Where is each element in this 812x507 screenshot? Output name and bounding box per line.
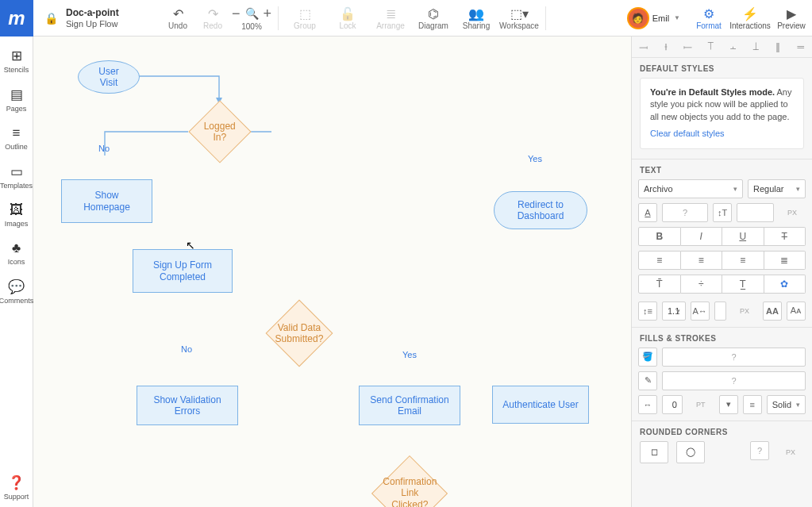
label-no-1: No (98, 144, 110, 153)
lock-button[interactable]: 🔓Lock (326, 0, 369, 36)
node-valid-data[interactable]: Valid Data Submitted? (266, 300, 333, 367)
stroke-input[interactable]: ? (662, 371, 806, 390)
align-right-text[interactable]: ≡ (722, 251, 764, 270)
app-logo[interactable]: m (0, 0, 33, 36)
group-button[interactable]: ⬚Group (283, 0, 326, 36)
strike-button[interactable]: T (764, 227, 806, 246)
align-left-text[interactable]: ≡ (638, 251, 681, 270)
outline-icon: ≡ (13, 125, 21, 141)
top-bar: m 🔒 Doc-a-point Sign Up Flow ↶Undo ↷Redo… (0, 0, 812, 36)
align-justify-text[interactable]: ≣ (764, 251, 806, 270)
line-height-icon-button[interactable]: ↕T (713, 203, 732, 222)
align-center-text[interactable]: ≡ (681, 251, 723, 270)
mode-tools: ⚙︎Format ⚡Interactions ▶Preview (688, 0, 812, 36)
valign-top[interactable]: T̄ (638, 275, 681, 294)
line-spacing-select[interactable]: 1.1 (662, 302, 686, 321)
interactions-tab[interactable]: ⚡Interactions (729, 0, 771, 36)
align-top-button[interactable]: ⟙ (699, 36, 722, 57)
diagram-icon: ⌬ (428, 6, 439, 21)
line-height-input[interactable] (737, 203, 774, 222)
workspace-icon: ⬚▾ (510, 6, 529, 21)
default-styles-info: You're in Default Styles mode. Any style… (640, 78, 804, 149)
sharing-button[interactable]: 👥Sharing (455, 0, 498, 36)
undo-icon: ↶ (173, 6, 183, 21)
letter-spacing-icon: A↔ (691, 302, 710, 321)
pages-icon: ▤ (10, 86, 23, 103)
font-size-input[interactable]: ? (662, 203, 708, 222)
label-no-2: No (181, 344, 192, 354)
corner-square-button[interactable]: ◻ (640, 441, 668, 463)
node-signup-form[interactable]: Sign Up Form Completed (133, 249, 233, 293)
page-name: Sign Up Flow (66, 19, 119, 29)
rail-icons[interactable]: ♣Icons (0, 234, 33, 272)
distribute-h-button[interactable]: ‖ (767, 36, 789, 57)
distribute-v-button[interactable]: ═ (790, 36, 812, 57)
align-right-button[interactable]: ⟝ (677, 36, 699, 57)
node-conf-clicked[interactable]: Confirmation Link Clicked? (371, 455, 448, 507)
rail-support[interactable]: ❓Support (0, 468, 33, 507)
bold-button[interactable]: B (638, 227, 681, 246)
letter-spacing-input[interactable] (714, 302, 726, 321)
rail-pages[interactable]: ▤Pages (0, 80, 33, 119)
underline-button[interactable]: U (722, 227, 764, 246)
zoom-out-button[interactable]: − (232, 6, 241, 22)
format-tab[interactable]: ⚙︎Format (688, 0, 729, 36)
node-show-homepage[interactable]: Show Homepage (61, 179, 152, 223)
align-center-button[interactable]: ⫲ (654, 36, 676, 57)
stroke-width-input[interactable]: 0 (662, 395, 683, 414)
redo-button[interactable]: ↷Redo (195, 0, 230, 36)
italic-button[interactable]: I (681, 227, 723, 246)
fill-color-button[interactable]: 🪣 (638, 348, 657, 367)
uppercase-button[interactable]: AA (763, 302, 782, 321)
magnify-icon: 🔍 (245, 7, 259, 20)
font-family-select[interactable]: Archivo (638, 179, 743, 198)
icons-icon: ♣ (12, 240, 21, 256)
rail-comments[interactable]: 💬Comments (0, 272, 33, 311)
font-weight-select[interactable]: Regular (748, 179, 806, 198)
stroke-width-dropdown[interactable]: ▾ (719, 395, 738, 414)
valign-middle[interactable]: ÷ (681, 275, 723, 294)
user-menu[interactable]: 🧑 Emil ▼ (621, 9, 688, 28)
avatar: 🧑 (629, 9, 648, 28)
workspace-button[interactable]: ⬚▾Workspace (498, 0, 541, 36)
node-send-conf[interactable]: Send Confirmation Email (359, 386, 460, 425)
lock-icon: 🔒 (44, 12, 58, 25)
valign-bottom[interactable]: T̲ (722, 275, 764, 294)
node-show-val-err[interactable]: Show Validation Errors (137, 386, 238, 425)
align-toolbar: ⟞ ⫲ ⟝ ⟙ ⫠ ⟘ ‖ ═ (632, 36, 812, 58)
zoom-control[interactable]: − 🔍 + 100% (230, 0, 273, 36)
rail-stencils[interactable]: ⊞Stencils (0, 41, 33, 80)
fill-input[interactable]: ? (662, 348, 806, 367)
rounded-header: ROUNDED CORNERS (632, 421, 812, 441)
text-options[interactable]: ✿ (764, 275, 806, 294)
zoom-in-button[interactable]: + (264, 6, 272, 22)
sharing-icon: 👥 (468, 6, 484, 21)
play-icon: ▶ (787, 6, 796, 21)
arrange-button[interactable]: ≣Arrange (369, 0, 412, 36)
rail-images[interactable]: 🖼Images (0, 196, 33, 234)
node-auth-user[interactable]: Authenticate User (492, 386, 589, 424)
rail-outline[interactable]: ≡Outline (0, 119, 33, 157)
node-redirect-dashboard[interactable]: Redirect to Dashboard (494, 191, 587, 229)
stroke-style-icon: ≡ (743, 395, 762, 414)
align-middle-button[interactable]: ⫠ (722, 36, 745, 57)
text-color-button[interactable]: A (638, 203, 657, 222)
stencils-icon: ⊞ (11, 48, 22, 64)
diagram-button[interactable]: ⌬Diagram (412, 0, 455, 36)
stroke-color-button[interactable]: ✎ (638, 371, 657, 390)
stroke-style-select[interactable]: Solid (767, 395, 806, 414)
align-left-button[interactable]: ⟞ (632, 36, 654, 57)
arrange-icon: ≣ (386, 6, 396, 21)
smallcaps-button[interactable]: Aᴀ (787, 302, 806, 321)
node-user-visit[interactable]: User Visit (78, 60, 140, 94)
align-bottom-button[interactable]: ⟘ (745, 36, 767, 57)
rail-templates[interactable]: ▭Templates (0, 157, 33, 196)
canvas[interactable]: User Visit Logged In? No Yes Show Homepa… (33, 36, 631, 507)
doc-title-block[interactable]: 🔒 Doc-a-point Sign Up Flow (33, 7, 160, 29)
undo-button[interactable]: ↶Undo (160, 0, 195, 36)
corner-round-button[interactable]: ◯ (676, 441, 705, 463)
clear-default-styles-link[interactable]: Clear default styles (650, 128, 725, 140)
redo-icon: ↷ (208, 6, 218, 21)
preview-tab[interactable]: ▶Preview (771, 0, 812, 36)
corner-radius-input[interactable]: ? (750, 441, 769, 460)
